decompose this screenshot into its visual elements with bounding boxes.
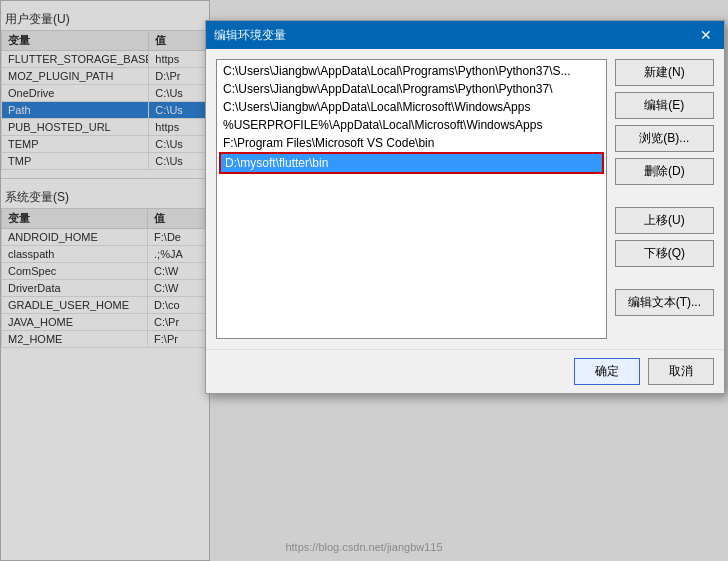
path-list-item[interactable]: F:\Program Files\Microsoft VS Code\bin — [219, 134, 604, 152]
modal-footer: 确定 取消 — [206, 349, 724, 393]
delete-button[interactable]: 删除(D) — [615, 158, 714, 185]
ok-button[interactable]: 确定 — [574, 358, 640, 385]
modal-titlebar: 编辑环境变量 ✕ — [206, 21, 724, 49]
edit-env-var-dialog: 编辑环境变量 ✕ C:\Users\Jiangbw\AppData\Local\… — [205, 20, 725, 394]
path-list-item[interactable]: C:\Users\Jiangbw\AppData\Local\Microsoft… — [219, 98, 604, 116]
cancel-button[interactable]: 取消 — [648, 358, 714, 385]
modal-title: 编辑环境变量 — [214, 27, 286, 44]
path-list-item[interactable]: C:\Users\Jiangbw\AppData\Local\Programs\… — [219, 62, 604, 80]
path-list-item[interactable]: D:\mysoft\flutter\bin — [219, 152, 604, 174]
browse-button[interactable]: 浏览(B)... — [615, 125, 714, 152]
move-down-button[interactable]: 下移(Q) — [615, 240, 714, 267]
modal-action-buttons: 新建(N) 编辑(E) 浏览(B)... 删除(D) 上移(U) 下移(Q) 编… — [615, 59, 714, 339]
new-button[interactable]: 新建(N) — [615, 59, 714, 86]
path-list-item[interactable]: C:\Users\Jiangbw\AppData\Local\Programs\… — [219, 80, 604, 98]
watermark: https://blog.csdn.net/jiangbw115 — [285, 541, 442, 553]
path-list-area: C:\Users\Jiangbw\AppData\Local\Programs\… — [216, 59, 607, 339]
edit-button[interactable]: 编辑(E) — [615, 92, 714, 119]
path-list-item[interactable]: %USERPROFILE%\AppData\Local\Microsoft\Wi… — [219, 116, 604, 134]
edit-text-button[interactable]: 编辑文本(T)... — [615, 289, 714, 316]
modal-close-button[interactable]: ✕ — [696, 28, 716, 42]
modal-body: C:\Users\Jiangbw\AppData\Local\Programs\… — [206, 49, 724, 349]
path-list[interactable]: C:\Users\Jiangbw\AppData\Local\Programs\… — [216, 59, 607, 339]
move-up-button[interactable]: 上移(U) — [615, 207, 714, 234]
